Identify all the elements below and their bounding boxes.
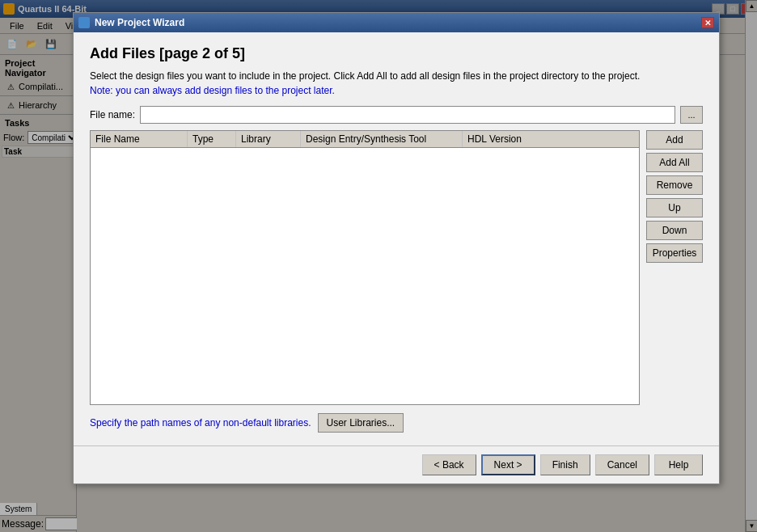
dialog-close-button[interactable]: ✕ [701,17,714,28]
col-filename: File Name [91,131,188,147]
cancel-button[interactable]: Cancel [595,454,649,475]
dialog-body: Add Files [page 2 of 5] Select the desig… [74,32,719,445]
next-button[interactable]: Next > [481,454,535,475]
note-text: you can always add design files to the p… [116,85,335,96]
file-name-input[interactable] [140,106,675,124]
col-hdl: HDL Version [463,131,639,147]
add-all-button[interactable]: Add All [646,153,703,172]
dialog-note: Note: you can always add design files to… [90,85,703,96]
new-project-wizard-dialog: New Project Wizard ✕ Add Files [page 2 o… [73,12,720,484]
dialog-footer: < Back Next > Finish Cancel Help [74,445,719,483]
up-button[interactable]: Up [646,198,703,217]
dialog-titlebar: New Project Wizard ✕ [74,13,719,32]
bottom-text-content: Specify the path names of any non-defaul… [90,417,311,429]
help-button[interactable]: Help [654,454,703,475]
col-library: Library [236,131,301,147]
note-prefix: Note: [90,85,116,96]
dialog-overlay: New Project Wizard ✕ Add Files [page 2 o… [0,0,757,532]
page-title: Add Files [page 2 of 5] [90,45,703,62]
file-input-row: File name: ... [90,106,703,124]
dialog-description: Select the design files you want to incl… [90,70,703,82]
col-type: Type [188,131,236,147]
bottom-text: Specify the path names of any non-defaul… [90,417,311,429]
dialog-icon [78,17,90,28]
browse-button[interactable]: ... [680,106,703,124]
remove-button[interactable]: Remove [646,175,703,195]
file-table: File Name Type Library Design Entry/Synt… [90,130,640,405]
file-table-body [91,148,639,391]
back-button[interactable]: < Back [422,454,476,475]
bottom-row: Specify the path names of any non-defaul… [90,413,703,433]
properties-button[interactable]: Properties [646,243,703,263]
add-button[interactable]: Add [646,130,703,150]
down-button[interactable]: Down [646,221,703,240]
side-buttons: Add Add All Remove Up Down Properties [646,130,703,405]
finish-button[interactable]: Finish [540,454,590,475]
col-design: Design Entry/Synthesis Tool [301,131,463,147]
user-libraries-button[interactable]: User Libraries... [318,413,404,433]
file-table-area: File Name Type Library Design Entry/Synt… [90,130,703,405]
dialog-title: New Project Wizard [95,17,184,28]
file-table-header: File Name Type Library Design Entry/Synt… [91,131,639,148]
file-name-label: File name: [90,109,135,120]
